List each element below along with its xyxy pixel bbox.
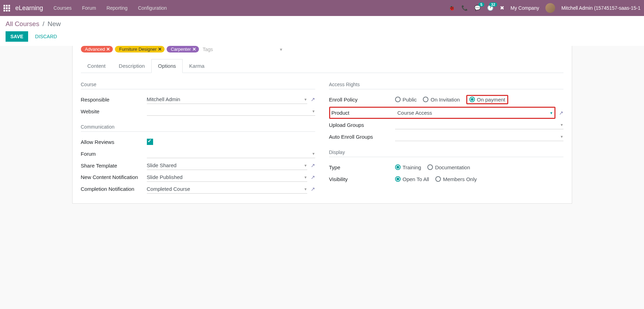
tag-carpenter: Carpenter ✕ [167,46,199,52]
highlight-enroll-payment: On payment [466,95,509,104]
field-share-template: Share Template ▾ ↗ [81,160,315,171]
avatar[interactable] [545,3,555,13]
tag-remove-icon[interactable]: ✕ [158,47,162,52]
allow-reviews-checkbox[interactable] [147,139,153,145]
tags-field[interactable]: Advanced ✕ Furniture Designer ✕ Carpente… [81,46,282,56]
radio-enroll-payment[interactable]: On payment [469,97,505,103]
activities-icon[interactable]: 🕐32 [487,5,494,11]
tab-content[interactable]: Content [81,59,112,73]
nav-right: 🐞 📞 💬5 🕐32 ✖ My Company Mitchell Admin (… [449,3,641,13]
external-link-icon[interactable]: ↗ [311,186,315,192]
completion-input[interactable] [147,185,307,194]
external-link-icon[interactable]: ↗ [311,162,315,169]
bug-icon[interactable]: 🐞 [449,5,455,11]
field-visibility: Visibility Open To All Members Only [329,173,563,185]
tab-description[interactable]: Description [112,59,151,73]
tools-icon[interactable]: ✖ [500,5,504,11]
tag-furniture: Furniture Designer ✕ [115,46,165,52]
upload-groups-input[interactable] [395,120,563,129]
external-link-icon[interactable]: ↗ [311,174,315,180]
brand-label: eLearning [15,5,43,12]
highlight-product: Product ▾ [329,107,555,119]
responsible-input[interactable] [147,95,307,104]
field-enroll-policy: Enroll Policy Public On Invitation On pa… [329,93,563,105]
field-auto-enroll: Auto Enroll Groups ▾ [329,131,563,143]
user-label[interactable]: Mitchell Admin (15745157-saas-15-1 [561,5,641,11]
main-navbar: eLearning Courses Forum Reporting Config… [0,0,644,16]
field-type: Type Training Documentation [329,161,563,173]
topbar: All Courses / New SAVE DISCARD [0,16,644,46]
field-completion: Completion Notification ▾ ↗ [81,183,315,195]
breadcrumb-current: New [48,20,61,27]
breadcrumb-root[interactable]: All Courses [6,20,39,27]
radio-type-doc[interactable]: Documentation [427,164,470,170]
tag-remove-icon[interactable]: ✕ [106,47,110,52]
field-allow-reviews: Allow Reviews [81,136,315,148]
nav-configuration[interactable]: Configuration [138,5,167,11]
radio-enroll-invitation[interactable]: On Invitation [423,97,460,103]
radio-vis-members[interactable]: Members Only [435,176,477,182]
field-website: Website ▾ [81,105,315,117]
auto-enroll-input[interactable] [395,132,563,141]
tag-remove-icon[interactable]: ✕ [192,47,196,52]
nav-reporting[interactable]: Reporting [107,5,128,11]
activities-badge: 32 [489,2,497,7]
phone-icon[interactable]: 📞 [461,5,468,11]
nav-forum[interactable]: Forum [82,5,96,11]
website-input[interactable] [147,107,315,116]
section-access: Access Rights [329,82,563,89]
field-new-content: New Content Notification ▾ ↗ [81,171,315,183]
tab-karma[interactable]: Karma [183,59,211,73]
radio-vis-open[interactable]: Open To All [395,176,429,182]
product-input[interactable] [398,108,553,117]
discard-button[interactable]: DISCARD [35,34,57,39]
section-communication: Communication [81,124,315,132]
field-upload-groups: Upload Groups ▾ [329,119,563,131]
external-link-icon[interactable]: ↗ [311,96,315,103]
apps-icon[interactable] [3,5,10,11]
company-label[interactable]: My Company [511,5,539,11]
breadcrumb: All Courses / New [6,20,638,28]
left-column: Course Responsible ▾ ↗ Website ▾ Communi… [81,82,315,195]
new-content-input[interactable] [147,173,307,182]
field-responsible: Responsible ▾ ↗ [81,93,315,105]
nav-courses[interactable]: Courses [53,5,72,11]
form-columns: Course Responsible ▾ ↗ Website ▾ Communi… [81,73,563,195]
right-column: Access Rights Enroll Policy Public On In… [329,82,563,195]
chevron-down-icon: ▾ [280,47,282,52]
forum-input[interactable] [147,149,315,158]
messages-badge: 5 [478,2,484,7]
radio-type-training[interactable]: Training [395,164,421,170]
tags-placeholder: Tags [203,47,278,52]
external-link-icon[interactable]: ↗ [559,110,563,116]
save-button[interactable]: SAVE [6,31,28,42]
section-course: Course [81,82,315,89]
section-display: Display [329,149,563,157]
radio-enroll-public[interactable]: Public [395,97,417,103]
messages-icon[interactable]: 💬5 [474,5,481,11]
tabs: Content Description Options Karma [81,59,563,73]
field-forum: Forum ▾ [81,148,315,160]
nav-menu: Courses Forum Reporting Configuration [53,5,167,11]
tab-options[interactable]: Options [151,59,183,73]
field-product-wrapper: Product ▾ ↗ [329,107,563,119]
action-buttons: SAVE DISCARD [6,31,638,42]
tag-advanced: Advanced ✕ [81,46,113,52]
form-sheet: Advanced ✕ Furniture Designer ✕ Carpente… [72,46,572,204]
share-template-input[interactable] [147,161,307,170]
